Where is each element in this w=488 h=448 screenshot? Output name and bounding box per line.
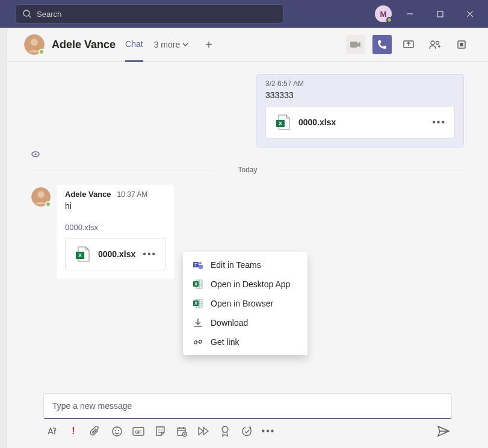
svg-point-24 <box>161 429 162 431</box>
sender-avatar[interactable] <box>31 187 51 207</box>
svg-text:T: T <box>194 263 197 267</box>
teams-icon: T <box>193 260 203 270</box>
svg-rect-6 <box>350 42 357 48</box>
phone-icon <box>377 40 387 49</box>
file-more-button[interactable]: ••• <box>432 117 446 128</box>
presence-indicator <box>386 17 392 23</box>
message-timestamp: 3/2 6:57 AM <box>265 79 455 88</box>
svg-text:X: X <box>78 252 82 258</box>
sticker-icon <box>155 426 165 437</box>
svg-point-15 <box>35 154 37 155</box>
check-circle-icon <box>242 426 252 437</box>
search-icon <box>22 9 32 19</box>
popout-button[interactable] <box>452 35 471 54</box>
svg-text:X: X <box>194 301 197 305</box>
current-user-avatar[interactable]: M <box>375 5 392 22</box>
search-placeholder: Search <box>37 10 61 19</box>
menu-label: Open in Browser <box>211 299 273 308</box>
file-attachment-card[interactable]: X 0000.xlsx ••• <box>65 238 165 270</box>
menu-open-desktop[interactable]: X Open in Desktop App <box>183 275 307 294</box>
more-tabs-dropdown[interactable]: 3 more <box>154 40 189 49</box>
file-attachment-card[interactable]: X 0000.xlsx ••• <box>265 106 455 138</box>
file-name: 0000.xlsx <box>98 249 135 259</box>
svg-rect-11 <box>460 43 463 46</box>
send-button[interactable] <box>437 425 449 437</box>
svg-point-36 <box>199 262 202 264</box>
screen-share-icon <box>403 40 414 49</box>
svg-rect-3 <box>437 11 443 17</box>
presence-indicator <box>39 49 45 55</box>
menu-download[interactable]: Download <box>183 313 307 332</box>
popout-icon <box>457 40 466 49</box>
badge-icon <box>221 426 229 437</box>
search-input[interactable]: Search <box>16 4 283 23</box>
presence-indicator <box>45 201 51 207</box>
sticker-button[interactable] <box>154 425 166 437</box>
message-input[interactable]: Type a new message <box>43 393 452 419</box>
svg-point-18 <box>113 427 122 436</box>
tab-chat[interactable]: Chat <box>125 39 143 50</box>
schedule-meeting-button[interactable] <box>176 425 188 437</box>
day-separator: Today <box>31 166 464 174</box>
menu-label: Download <box>211 318 248 328</box>
window-close-button[interactable] <box>458 4 482 23</box>
menu-open-browser[interactable]: X Open in Browser <box>183 294 307 313</box>
stream-button[interactable] <box>197 425 209 437</box>
file-context-menu: T Edit in Teams X Open in Desktop App X … <box>183 252 307 355</box>
chevron-down-icon <box>182 43 188 46</box>
left-rail <box>0 28 7 448</box>
excel-icon: X <box>193 279 203 290</box>
paperclip-icon <box>90 426 100 436</box>
approvals-button[interactable] <box>241 425 253 437</box>
praise-button[interactable] <box>219 425 231 437</box>
message-time: 10:37 AM <box>117 190 148 199</box>
menu-label: Get link <box>211 337 239 347</box>
gif-button[interactable]: GIF <box>132 425 144 437</box>
people-add-icon <box>429 40 441 49</box>
video-call-button[interactable] <box>346 35 365 54</box>
screen-share-button[interactable] <box>399 35 418 54</box>
svg-line-1 <box>29 16 31 17</box>
emoji-icon <box>112 426 122 437</box>
file-link[interactable]: 0000.xlsx <box>65 223 165 232</box>
svg-point-20 <box>118 430 119 431</box>
svg-text:GIF: GIF <box>135 429 142 434</box>
compose-toolbar: ! GIF ••• <box>43 419 452 442</box>
contact-name: Adele Vance <box>52 39 116 51</box>
window-minimize-button[interactable] <box>398 4 422 23</box>
emoji-button[interactable] <box>111 425 123 437</box>
chat-pane: Adele Vance Chat 3 more + <box>7 28 488 448</box>
audio-call-button[interactable] <box>372 35 392 54</box>
menu-edit-in-teams[interactable]: T Edit in Teams <box>183 255 307 275</box>
menu-get-link[interactable]: Get link <box>183 332 307 352</box>
more-extensions-button[interactable]: ••• <box>262 425 274 437</box>
download-icon <box>193 317 203 328</box>
attach-button[interactable] <box>89 425 101 437</box>
contact-avatar[interactable] <box>24 34 45 55</box>
calendar-plus-icon <box>177 426 187 437</box>
format-button[interactable] <box>46 425 58 437</box>
message-text: hi <box>65 201 165 211</box>
video-icon <box>350 40 361 49</box>
menu-label: Edit in Teams <box>211 260 261 270</box>
composer: Type a new message ! GIF ••• <box>7 393 488 448</box>
priority-button[interactable]: ! <box>67 425 79 437</box>
add-tab-button[interactable]: + <box>205 38 212 52</box>
svg-point-8 <box>431 41 434 45</box>
menu-label: Open in Desktop App <box>211 279 290 289</box>
svg-text:X: X <box>194 282 197 286</box>
add-people-button[interactable] <box>425 35 445 54</box>
window-maximize-button[interactable] <box>428 4 452 23</box>
svg-text:X: X <box>279 120 282 126</box>
svg-point-32 <box>222 426 228 432</box>
svg-point-19 <box>115 430 116 431</box>
link-icon <box>193 337 203 347</box>
outgoing-message: 3/2 6:57 AM 333333 X 0000.xlsx ••• <box>256 74 464 148</box>
svg-point-9 <box>436 42 439 45</box>
gif-icon: GIF <box>132 427 144 436</box>
send-icon <box>437 426 449 437</box>
excel-file-icon: X <box>74 246 91 263</box>
file-name: 0000.xlsx <box>298 117 425 127</box>
file-more-button[interactable]: ••• <box>143 249 156 260</box>
excel-file-icon: X <box>274 114 291 131</box>
